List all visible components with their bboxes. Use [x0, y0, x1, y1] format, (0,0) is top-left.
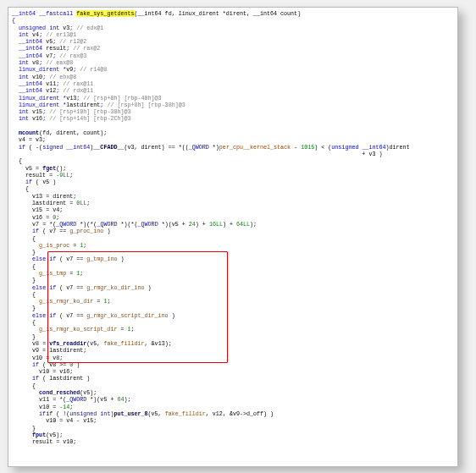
txt: ); [124, 396, 130, 403]
txt: *)(v5 + [86, 396, 117, 403]
txt: v11 = *( [39, 396, 66, 403]
kw: _QWORD [97, 221, 117, 228]
num: 64LL [236, 221, 250, 228]
txt: - [291, 144, 301, 151]
kw: _QWORD [138, 221, 158, 228]
decompiled-code: __int64 __fastcall fake_sys_getdents(__i… [12, 10, 456, 445]
txt: ( -( [25, 144, 42, 151]
txt: if ( !( [46, 410, 69, 417]
func-name-highlight: fake_sys_getdents [76, 10, 134, 17]
ret-type: __int64 [12, 10, 36, 17]
txt: (v5, [86, 340, 103, 347]
func-params: (__int64 fd, linux_dirent *dirent, __int… [135, 10, 302, 17]
fn: put_user_8 [113, 410, 147, 417]
txt: v8 = [32, 340, 49, 347]
txt: (v3, dirent) == *(( [124, 144, 188, 151]
txt: *) [209, 144, 219, 151]
page-root: __int64 __fastcall fake_sys_getdents(__i… [0, 0, 476, 473]
kw: _QWORD [66, 396, 86, 403]
txt: ) < ( [314, 144, 331, 151]
kw: unsigned int [69, 410, 110, 417]
code-sheet: __int64 __fastcall fake_sys_getdents(__i… [8, 7, 458, 467]
kw: signed __int64 [42, 144, 90, 151]
txt: ) + [223, 221, 236, 228]
txt: v7 = *( [32, 221, 56, 228]
num: 1015 [301, 144, 314, 151]
txt: (v5, [148, 410, 165, 417]
fn: vfs_readdir [49, 340, 86, 347]
kw: if [39, 410, 46, 417]
txt: + v3 ) [12, 151, 382, 157]
txt: *)(v5 + [158, 221, 189, 228]
kw-if: if [19, 144, 25, 151]
num: 16LL [209, 221, 223, 228]
txt: )dirent [386, 144, 410, 151]
txt: *)(*( [117, 221, 137, 228]
kw: _QWORD [189, 144, 209, 151]
kw: _QWORD [56, 221, 76, 228]
txt: , v12, &v9->d_off) ) [206, 410, 274, 417]
glob: per_cpu__kernel_stack [219, 144, 291, 151]
txt: ) + [196, 221, 209, 228]
callconv: __fastcall [39, 10, 73, 17]
num: 24 [189, 221, 196, 228]
txt: ); [250, 221, 257, 228]
txt: , &v13); [145, 340, 172, 347]
glob: fake_filldir [165, 410, 206, 417]
txt: *)(*( [76, 221, 97, 228]
glob: fake_filldir [103, 340, 144, 347]
kw: unsigned __int64 [331, 144, 385, 151]
code-wrap: __int64 __fastcall fake_sys_getdents(__i… [12, 10, 456, 465]
fn: __CFADD__ [93, 144, 124, 151]
